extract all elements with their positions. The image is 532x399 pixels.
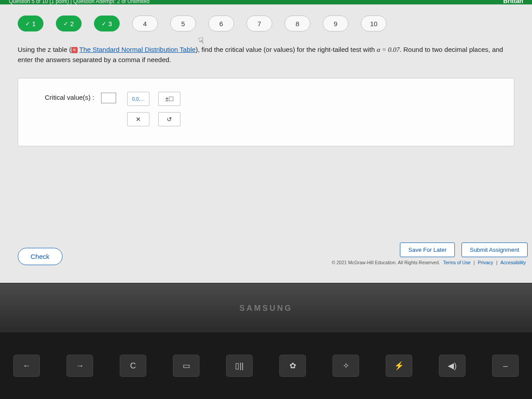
key-forward: → bbox=[66, 355, 93, 377]
math-toolbar: 0,0,... ± ✕ ↺ bbox=[127, 92, 180, 133]
check-icon: ✓ bbox=[102, 20, 106, 27]
nav-q4[interactable]: 4 bbox=[132, 16, 158, 31]
top-bar: Question 5 of 10 (1 point) | Question At… bbox=[0, 0, 532, 4]
copyright-line: © 2021 McGraw-Hill Education. All Rights… bbox=[332, 260, 528, 265]
user-name: Brittan bbox=[503, 0, 523, 4]
nav-q6[interactable]: 6 bbox=[208, 16, 234, 31]
check-button[interactable]: Check bbox=[18, 248, 63, 265]
key-dash: – bbox=[492, 355, 519, 377]
nav-q9[interactable]: 9 bbox=[323, 16, 348, 31]
nav-q7[interactable]: 7 bbox=[246, 16, 272, 31]
question-text: Using the z table (≡ The Standard Normal… bbox=[0, 40, 532, 74]
nav-q1[interactable]: ✓1 bbox=[18, 16, 43, 31]
key-fullscreen: ▭ bbox=[173, 355, 200, 377]
x-icon: ✕ bbox=[136, 116, 141, 123]
nav-q3[interactable]: ✓3 bbox=[94, 16, 120, 31]
format-decimal-button[interactable]: 0,0,... bbox=[127, 92, 149, 106]
box-icon bbox=[169, 97, 173, 101]
key-overview: ▯|| bbox=[226, 355, 253, 377]
reset-button[interactable]: ↺ bbox=[158, 112, 180, 126]
nav-q5[interactable]: 5 bbox=[170, 16, 196, 31]
alpha-expression: α = 0.07 bbox=[377, 46, 400, 53]
nav-q2[interactable]: ✓2 bbox=[56, 16, 82, 31]
key-mute: ⚡ bbox=[386, 355, 412, 377]
submit-assignment-button[interactable]: Submit Assignment bbox=[462, 243, 528, 257]
answer-panel: Critical value(s) : 0,0,... ± ✕ ↺ bbox=[18, 78, 514, 146]
answer-label: Critical value(s) : bbox=[45, 92, 94, 101]
keyboard-row: ← → C ▭ ▯|| ✿ ✧ ⚡ ◀) – bbox=[0, 332, 532, 399]
breadcrumb: Question 5 of 10 (1 point) | Question At… bbox=[9, 0, 149, 4]
key-bright-down: ✿ bbox=[279, 355, 306, 377]
check-icon: ✓ bbox=[25, 20, 30, 27]
critical-value-input[interactable] bbox=[101, 93, 116, 103]
accessibility-link[interactable]: Accessibility bbox=[501, 260, 526, 265]
footer-bar: Check Save For Later Submit Assignment ©… bbox=[18, 243, 528, 265]
undo-icon: ↺ bbox=[167, 116, 172, 123]
check-icon: ✓ bbox=[63, 20, 68, 27]
key-bright-up: ✧ bbox=[332, 355, 359, 377]
nav-q8[interactable]: 8 bbox=[285, 16, 310, 31]
save-for-later-button[interactable]: Save For Later bbox=[400, 243, 455, 257]
key-back: ← bbox=[13, 355, 40, 377]
right-actions: Save For Later Submit Assignment © 2021 … bbox=[332, 243, 528, 265]
laptop-bezel: SAMSUNG bbox=[0, 284, 532, 332]
nav-q10[interactable]: 10 bbox=[361, 16, 387, 31]
key-vol: ◀) bbox=[439, 355, 466, 377]
question-nav: ✓1 ✓2 ✓3 4 5 6 7 8 9 10 bbox=[0, 4, 532, 40]
app-screen: Question 5 of 10 (1 point) | Question At… bbox=[0, 0, 532, 284]
device-brand: SAMSUNG bbox=[239, 304, 293, 313]
clear-button[interactable]: ✕ bbox=[127, 112, 149, 126]
key-refresh: C bbox=[120, 355, 146, 377]
ebook-icon: ≡ bbox=[71, 47, 78, 53]
privacy-link[interactable]: Privacy bbox=[478, 260, 493, 265]
plus-minus-button[interactable]: ± bbox=[158, 92, 180, 106]
distribution-table-link[interactable]: The Standard Normal Distribution Table bbox=[79, 46, 196, 53]
terms-link[interactable]: Terms of Use bbox=[443, 260, 470, 265]
